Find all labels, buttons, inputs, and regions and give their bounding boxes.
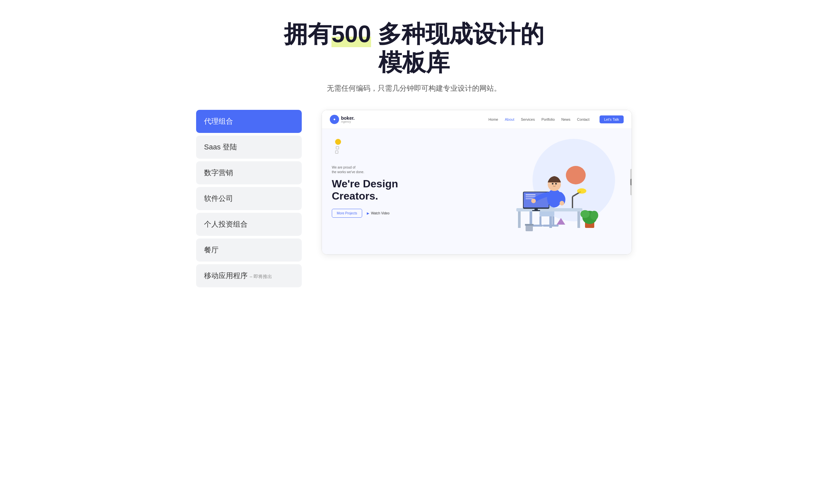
play-icon: ▶ [367, 212, 369, 215]
more-projects-button[interactable]: More Projects [332, 209, 362, 218]
svg-marker-34 [556, 218, 565, 225]
page-container: 拥有500 多种现成设计的 模板库 无需任何编码，只需几分钟即可构建专业设计的网… [183, 13, 645, 294]
mini-hero-title: We're Design Creators. [332, 178, 477, 202]
mini-site: boker. Agency Home About Services Portfo… [322, 110, 631, 254]
nav-link-services[interactable]: Services [521, 118, 535, 121]
preview-container: boker. Agency Home About Services Portfo… [322, 110, 632, 255]
svg-rect-7 [552, 216, 554, 226]
svg-point-22 [531, 198, 536, 203]
sidebar-item-software[interactable]: 软件公司 [196, 187, 302, 210]
svg-point-30 [590, 211, 598, 220]
mini-hero-buttons: More Projects ▶ Watch Video [332, 209, 477, 218]
dot-yellow [335, 139, 341, 145]
scrollbar-indicator[interactable] [630, 169, 632, 195]
dot-tiny [335, 150, 338, 154]
nav-link-portfolio[interactable]: Portfolio [541, 118, 555, 121]
svg-point-21 [555, 183, 556, 184]
nav-link-news[interactable]: News [561, 118, 571, 121]
sidebar-item-saas[interactable]: Saas 登陆 [196, 136, 302, 159]
sidebar-item-agency[interactable]: 代理组合 [196, 110, 302, 133]
watch-video-button[interactable]: ▶ Watch Video [367, 212, 389, 215]
hero-title-part2: 多种现成设计的 [371, 21, 544, 47]
mini-hero-area: We are proud of the works we've done. We… [322, 129, 631, 254]
mini-nav: boker. Agency Home About Services Portfo… [322, 110, 631, 129]
svg-rect-6 [539, 216, 541, 226]
mini-logo: boker. Agency [330, 115, 355, 124]
sidebar: 代理组合 Saas 登陆 数字营销 软件公司 个人投资组合 餐厅 移动应用程序 … [196, 110, 302, 287]
svg-rect-13 [526, 194, 536, 195]
nav-link-home[interactable]: Home [489, 118, 498, 121]
sidebar-item-restaurant[interactable]: 餐厅 [196, 238, 302, 262]
content-section: 代理组合 Saas 登陆 数字营销 软件公司 个人投资组合 餐厅 移动应用程序 … [196, 110, 632, 287]
mini-hero-content: We are proud of the works we've done. We… [332, 165, 477, 218]
hero-title-highlight: 500 [331, 21, 371, 47]
svg-point-29 [580, 210, 590, 218]
svg-rect-2 [543, 225, 558, 227]
svg-rect-9 [518, 212, 521, 228]
svg-rect-10 [577, 212, 580, 228]
soon-tag-mobile: – 即将推出 [250, 274, 272, 279]
sidebar-item-mobile[interactable]: 移动应用程序 – 即将推出 [196, 264, 302, 287]
person-illustration [497, 145, 602, 238]
sidebar-item-investment[interactable]: 个人投资组合 [196, 213, 302, 236]
mini-hero-illustration [477, 145, 622, 238]
nav-link-about[interactable]: About [505, 118, 514, 121]
hero-title-line2: 模板库 [378, 49, 450, 76]
mini-logo-text-container: boker. Agency [341, 116, 355, 123]
sidebar-item-digital-marketing[interactable]: 数字营销 [196, 161, 302, 184]
hero-title: 拥有500 多种现成设计的 模板库 [196, 20, 632, 77]
svg-point-33 [566, 166, 586, 184]
svg-point-26 [577, 188, 586, 194]
svg-rect-32 [525, 224, 534, 226]
hero-title-part1: 拥有 [284, 21, 331, 47]
mini-nav-links: Home About Services Portfolio News Conta… [489, 116, 624, 123]
nav-cta-button[interactable]: Let's Talk [599, 116, 624, 123]
dot-small-1 [336, 146, 339, 149]
decoration-dots [335, 139, 341, 154]
mini-hero-pretitle: We are proud of the works we've done. [332, 165, 477, 175]
hero-section: 拥有500 多种现成设计的 模板库 无需任何编码，只需几分钟即可构建专业设计的网… [196, 20, 632, 93]
mini-logo-icon [330, 115, 339, 124]
scrollbar-thumb [630, 179, 632, 185]
svg-point-18 [547, 189, 562, 208]
svg-rect-17 [532, 210, 540, 211]
hero-subtitle: 无需任何编码，只需几分钟即可构建专业设计的网站。 [196, 84, 632, 93]
svg-point-20 [552, 183, 553, 184]
nav-link-contact[interactable]: Contact [577, 118, 590, 121]
svg-point-23 [560, 201, 564, 205]
